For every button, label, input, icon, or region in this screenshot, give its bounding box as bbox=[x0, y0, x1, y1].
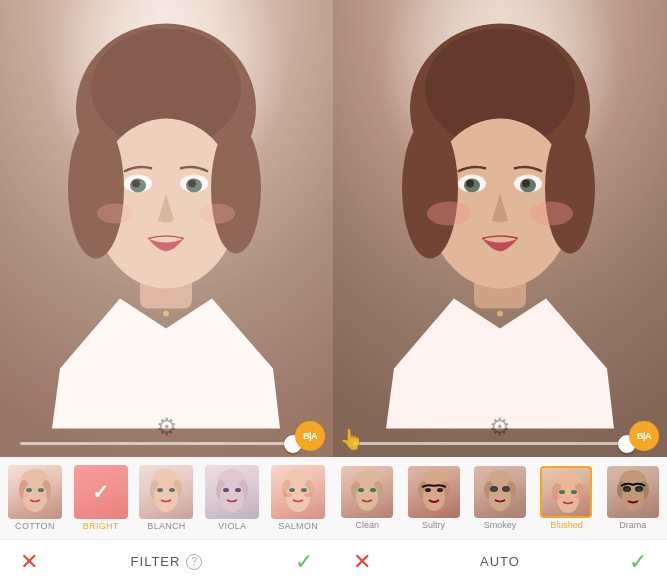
filter-item-salmon[interactable]: SALMON bbox=[267, 465, 329, 531]
filter-label-smokey: Smokey bbox=[484, 520, 517, 530]
filter-face-smokey bbox=[474, 466, 526, 518]
left-bottom-bar: ✕ FILTER ? ✓ bbox=[0, 539, 333, 583]
svg-point-83 bbox=[571, 490, 577, 494]
filter-label-clean: Clean bbox=[355, 520, 379, 530]
svg-point-11 bbox=[188, 180, 196, 188]
bia-badge-left[interactable]: B|A bbox=[295, 421, 325, 451]
filter-thumb-sultry bbox=[408, 466, 460, 518]
svg-point-4 bbox=[68, 119, 124, 259]
right-slider-bar[interactable] bbox=[353, 442, 627, 445]
svg-point-67 bbox=[423, 483, 445, 511]
svg-point-33 bbox=[223, 488, 229, 492]
filter-face-viola bbox=[205, 465, 259, 519]
svg-point-5 bbox=[211, 124, 261, 254]
svg-point-55 bbox=[427, 202, 471, 226]
svg-point-41 bbox=[284, 493, 292, 497]
left-photo-area: ⚙ B|A bbox=[0, 0, 333, 457]
filter-thumb-cotton bbox=[8, 465, 62, 519]
svg-point-62 bbox=[358, 488, 364, 492]
left-slider-bar[interactable] bbox=[20, 442, 293, 445]
left-panel: ⚙ B|A bbox=[0, 0, 333, 583]
filter-label-drama: Drama bbox=[619, 520, 646, 530]
left-bottom-title: FILTER ? bbox=[131, 554, 203, 570]
svg-point-34 bbox=[235, 488, 241, 492]
svg-point-77 bbox=[504, 488, 509, 492]
right-portrait-svg bbox=[333, 0, 667, 457]
filter-item-sultry[interactable]: Sultry bbox=[401, 466, 465, 530]
bia-badge-right[interactable]: B|A bbox=[629, 421, 659, 451]
filter-item-bright[interactable]: ✓ BRIGHT bbox=[70, 465, 132, 531]
filter-label-blanch: BLANCH bbox=[147, 521, 185, 531]
filter-thumb-viola bbox=[205, 465, 259, 519]
left-title-text: FILTER bbox=[131, 554, 181, 569]
svg-point-40 bbox=[301, 488, 307, 492]
filter-thumb-blushed bbox=[540, 466, 592, 518]
filter-label-bright: BRIGHT bbox=[83, 521, 119, 531]
filter-label-cotton: COTTON bbox=[15, 521, 55, 531]
svg-point-20 bbox=[38, 488, 44, 492]
svg-point-27 bbox=[157, 488, 163, 492]
watermark-right: ⚙ bbox=[489, 413, 511, 441]
svg-point-38 bbox=[286, 482, 310, 512]
filter-face-salmon bbox=[271, 465, 325, 519]
right-cancel-button[interactable]: ✕ bbox=[353, 549, 371, 575]
help-text: ? bbox=[191, 556, 198, 567]
left-portrait bbox=[0, 0, 333, 457]
left-cancel-button[interactable]: ✕ bbox=[20, 549, 38, 575]
filter-face-blanch bbox=[139, 465, 193, 519]
svg-point-57 bbox=[497, 311, 503, 317]
main-container: ⚙ B|A bbox=[0, 0, 667, 583]
right-bottom-bar: ✕ AUTO ✓ bbox=[333, 539, 667, 583]
left-filter-strip: COTTON ✓ BRIGHT bbox=[0, 457, 333, 539]
right-filter-strip: Clean Sultry bbox=[333, 457, 667, 539]
svg-point-92 bbox=[624, 488, 629, 492]
right-photo-area: ⚙ B|A 👆 bbox=[333, 0, 667, 457]
right-bottom-title: AUTO bbox=[480, 554, 520, 569]
svg-point-19 bbox=[26, 488, 32, 492]
svg-point-61 bbox=[356, 483, 378, 511]
filter-label-salmon: SALMON bbox=[278, 521, 318, 531]
svg-point-28 bbox=[169, 488, 175, 492]
help-button[interactable]: ? bbox=[186, 554, 202, 570]
filter-thumb-bright: ✓ bbox=[74, 465, 128, 519]
right-portrait bbox=[333, 0, 667, 457]
svg-point-53 bbox=[466, 180, 474, 188]
filter-thumb-blanch bbox=[139, 465, 193, 519]
svg-point-85 bbox=[575, 494, 585, 500]
svg-point-82 bbox=[559, 490, 565, 494]
filter-thumb-drama bbox=[607, 466, 659, 518]
svg-point-32 bbox=[220, 482, 244, 512]
filter-item-drama[interactable]: Drama bbox=[601, 466, 665, 530]
filter-thumb-salmon bbox=[271, 465, 325, 519]
svg-point-22 bbox=[41, 493, 49, 497]
filter-label-viola: VIOLA bbox=[218, 521, 246, 531]
svg-point-93 bbox=[636, 488, 641, 492]
right-panel: ⚙ B|A 👆 bbox=[333, 0, 667, 583]
watermark-left: ⚙ bbox=[156, 413, 178, 441]
filter-item-blushed[interactable]: Blushed bbox=[534, 466, 598, 530]
filter-face-sultry bbox=[408, 466, 460, 518]
svg-point-10 bbox=[132, 180, 140, 188]
right-confirm-button[interactable]: ✓ bbox=[629, 549, 647, 575]
svg-point-81 bbox=[557, 485, 579, 513]
svg-point-12 bbox=[97, 204, 133, 224]
filter-label-sultry: Sultry bbox=[422, 520, 445, 530]
filter-item-blanch[interactable]: BLANCH bbox=[136, 465, 198, 531]
filter-item-viola[interactable]: VIOLA bbox=[201, 465, 263, 531]
svg-point-47 bbox=[402, 119, 458, 259]
filter-item-smokey[interactable]: Smokey bbox=[468, 466, 532, 530]
filter-face-clean bbox=[341, 466, 393, 518]
svg-point-68 bbox=[425, 488, 431, 492]
svg-point-76 bbox=[492, 488, 497, 492]
filter-item-clean[interactable]: Clean bbox=[335, 466, 399, 530]
left-confirm-button[interactable]: ✓ bbox=[295, 549, 313, 575]
svg-point-48 bbox=[545, 124, 595, 254]
check-mark: ✓ bbox=[92, 480, 109, 504]
filter-face-cotton bbox=[8, 465, 62, 519]
filter-item-cotton[interactable]: COTTON bbox=[4, 465, 66, 531]
svg-point-69 bbox=[437, 488, 443, 492]
svg-point-21 bbox=[21, 493, 29, 497]
svg-point-26 bbox=[154, 482, 178, 512]
svg-point-14 bbox=[163, 311, 169, 317]
svg-point-63 bbox=[370, 488, 376, 492]
